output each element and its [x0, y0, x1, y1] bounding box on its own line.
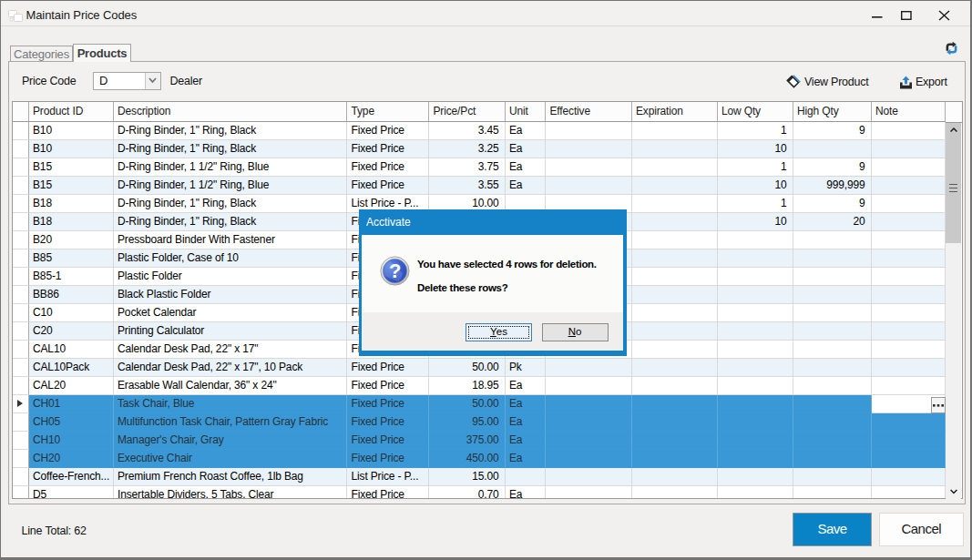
- svg-text:?: ?: [389, 260, 401, 282]
